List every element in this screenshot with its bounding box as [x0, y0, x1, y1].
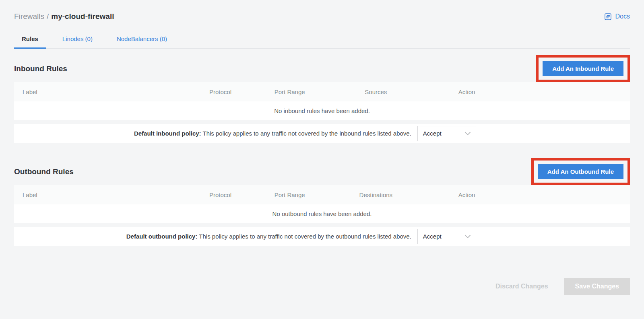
inbound-policy-select[interactable]: Accept	[417, 126, 476, 141]
outbound-column-port-range: Port Range	[260, 191, 319, 198]
docs-label: Docs	[615, 13, 630, 20]
inbound-section-header: Inbound Rules Add An Inbound Rule	[14, 55, 630, 82]
inbound-column-sources: Sources	[319, 88, 433, 95]
inbound-column-port-range: Port Range	[260, 88, 319, 95]
chevron-down-icon	[464, 235, 471, 239]
outbound-policy-text: Default outbound policy: This policy app…	[14, 233, 411, 240]
docs-document-icon	[604, 12, 612, 21]
tab-linodes[interactable]: Linodes (0)	[55, 31, 100, 49]
outbound-policy-row: Default outbound policy: This policy app…	[14, 227, 630, 246]
outbound-empty-message: No outbound rules have been added.	[14, 204, 630, 223]
add-outbound-rule-button[interactable]: Add An Outbound Rule	[538, 164, 623, 179]
inbound-policy-selected-value: Accept	[423, 130, 442, 137]
discard-changes-button[interactable]: Discard Changes	[491, 283, 552, 290]
outbound-table-header: Label Protocol Port Range Destinations A…	[14, 185, 630, 204]
add-inbound-rule-button[interactable]: Add An Inbound Rule	[543, 61, 623, 76]
tab-nodebalancers[interactable]: NodeBalancers (0)	[109, 31, 175, 49]
outbound-column-label: Label	[14, 191, 180, 198]
inbound-empty-message: No inbound rules have been added.	[14, 101, 630, 120]
outbound-policy-label: Default outbound policy:	[126, 233, 198, 240]
inbound-rules-title: Inbound Rules	[14, 64, 67, 73]
outbound-column-action: Action	[433, 191, 500, 198]
save-changes-button[interactable]: Save Changes	[564, 278, 630, 295]
inbound-column-action: Action	[433, 88, 500, 95]
topbar: Firewalls/my-cloud-firewall Docs	[14, 12, 630, 21]
inbound-rules-section: Inbound Rules Add An Inbound Rule Label …	[14, 55, 630, 143]
outbound-policy-selected-value: Accept	[423, 233, 442, 240]
breadcrumb-separator: /	[47, 12, 49, 21]
outbound-rules-table: Label Protocol Port Range Destinations A…	[14, 185, 630, 246]
inbound-column-label: Label	[14, 88, 180, 95]
inbound-policy-text: Default inbound policy: This policy appl…	[14, 130, 411, 137]
outbound-column-protocol: Protocol	[180, 191, 260, 198]
chevron-down-icon	[464, 132, 471, 136]
docs-link[interactable]: Docs	[604, 12, 630, 21]
outbound-policy-select[interactable]: Accept	[417, 229, 476, 244]
inbound-policy-label: Default inbound policy:	[134, 130, 201, 137]
breadcrumb-current-firewall: my-cloud-firewall	[51, 12, 114, 21]
outbound-section-header: Outbound Rules Add An Outbound Rule	[14, 158, 630, 185]
tab-rules[interactable]: Rules	[14, 31, 46, 49]
inbound-column-protocol: Protocol	[180, 88, 260, 95]
tab-bar: Rules Linodes (0) NodeBalancers (0)	[14, 31, 630, 49]
inbound-table-header: Label Protocol Port Range Sources Action	[14, 82, 630, 101]
annotation-highlight-inbound: Add An Inbound Rule	[536, 55, 630, 82]
outbound-policy-description: This policy applies to any traffic not c…	[197, 233, 411, 240]
outbound-rules-title: Outbound Rules	[14, 167, 74, 176]
annotation-highlight-outbound: Add An Outbound Rule	[531, 158, 630, 185]
inbound-rules-table: Label Protocol Port Range Sources Action…	[14, 82, 630, 143]
inbound-policy-description: This policy applies to any traffic not c…	[201, 130, 411, 137]
outbound-column-destinations: Destinations	[319, 191, 433, 198]
breadcrumb: Firewalls/my-cloud-firewall	[14, 12, 114, 21]
breadcrumb-firewalls-link[interactable]: Firewalls	[14, 12, 44, 21]
inbound-policy-row: Default inbound policy: This policy appl…	[14, 124, 630, 143]
footer-actions: Discard Changes Save Changes	[14, 278, 630, 295]
outbound-rules-section: Outbound Rules Add An Outbound Rule Labe…	[14, 158, 630, 246]
firewall-detail-page: Firewalls/my-cloud-firewall Docs Rules L…	[0, 12, 644, 295]
